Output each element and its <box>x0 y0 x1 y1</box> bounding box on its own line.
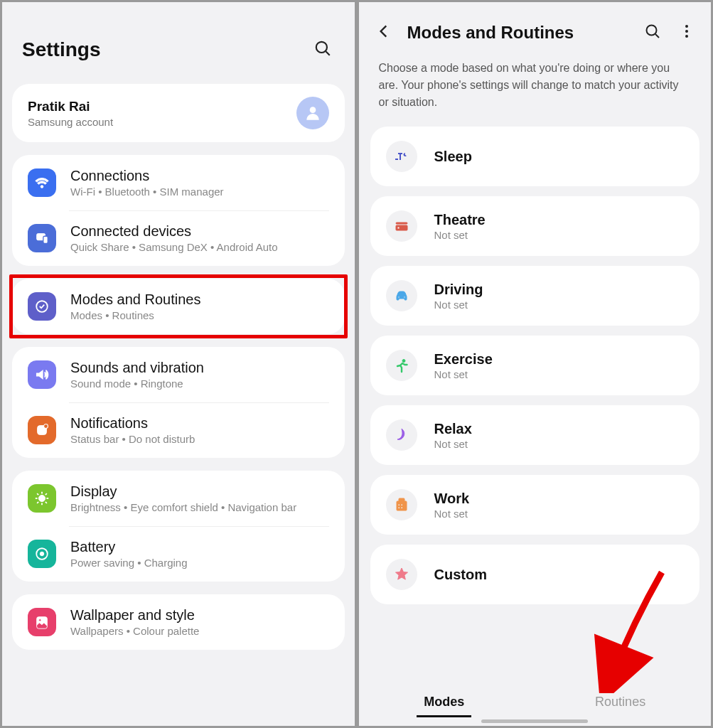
mode-card-custom[interactable]: Custom <box>370 545 700 604</box>
settings-group: DisplayBrightness • Eye comfort shield •… <box>12 471 345 582</box>
row-text: Wallpaper and styleWallpapers • Colour p… <box>70 607 199 637</box>
sleep-icon <box>386 141 417 172</box>
svg-rect-28 <box>397 227 400 229</box>
row-title: Connected devices <box>70 223 278 240</box>
custom-icon <box>386 559 417 590</box>
row-title: Modes and Routines <box>70 291 200 308</box>
svg-point-8 <box>38 495 45 501</box>
svg-line-14 <box>45 502 47 503</box>
mode-text: Custom <box>434 567 487 583</box>
mode-sub: Not set <box>434 299 483 311</box>
mode-card-work[interactable]: WorkNot set <box>370 475 700 535</box>
svg-rect-33 <box>399 498 404 502</box>
settings-row-notif[interactable]: NotificationsStatus bar • Do not disturb <box>12 402 345 458</box>
row-text: BatteryPower saving • Charging <box>70 539 188 569</box>
mode-name: Work <box>434 491 470 507</box>
svg-point-30 <box>403 296 404 298</box>
settings-row-sound[interactable]: Sounds and vibrationSound mode • Rington… <box>12 347 345 402</box>
svg-rect-4 <box>43 236 48 243</box>
search-button[interactable] <box>641 20 664 45</box>
row-title: Wallpaper and style <box>70 607 199 623</box>
search-icon <box>313 39 332 58</box>
settings-group: Sounds and vibrationSound mode • Rington… <box>12 347 345 458</box>
row-sub: Power saving • Charging <box>70 557 188 569</box>
svg-rect-26 <box>396 223 407 224</box>
mode-name: Custom <box>434 567 487 583</box>
row-title: Battery <box>70 539 188 555</box>
svg-line-16 <box>45 493 47 495</box>
notif-icon <box>28 416 56 444</box>
work-icon <box>386 489 417 520</box>
search-button[interactable] <box>311 36 335 63</box>
row-text: NotificationsStatus bar • Do not disturb <box>70 415 195 445</box>
more-vert-icon <box>678 23 695 40</box>
back-button[interactable] <box>372 19 396 46</box>
row-sub: Wallpapers • Colour palette <box>70 625 199 637</box>
row-text: Modes and RoutinesModes • Routines <box>70 291 200 321</box>
tab-modes[interactable]: Modes <box>417 689 471 717</box>
mode-card-theatre[interactable]: TheatreNot set <box>370 196 700 256</box>
mode-text: Sleep <box>434 149 472 165</box>
driving-icon <box>386 280 417 311</box>
account-name: Pratik Rai <box>28 99 113 114</box>
settings-row-routines[interactable]: Modes and RoutinesModes • Routines <box>12 279 345 334</box>
mode-sub: Not set <box>434 368 493 380</box>
mode-text: TheatreNot set <box>434 212 486 241</box>
svg-point-29 <box>397 296 399 298</box>
devices-icon <box>28 224 56 252</box>
mode-card-relax[interactable]: RelaxNot set <box>370 405 700 465</box>
svg-rect-37 <box>401 507 403 509</box>
settings-row-wallpaper[interactable]: Wallpaper and styleWallpapers • Colour p… <box>12 594 345 650</box>
svg-point-25 <box>685 35 688 38</box>
settings-header: Settings <box>2 2 355 84</box>
search-icon <box>644 23 661 40</box>
settings-row-wifi[interactable]: ConnectionsWi-Fi • Bluetooth • SIM manag… <box>12 155 345 210</box>
theatre-icon <box>386 210 417 242</box>
wallpaper-icon <box>28 608 56 636</box>
modes-description: Choose a mode based on what you're doing… <box>359 60 712 127</box>
mode-card-driving[interactable]: DrivingNot set <box>370 266 700 326</box>
settings-group: Modes and RoutinesModes • Routines <box>12 279 345 334</box>
svg-point-23 <box>685 25 688 28</box>
mode-name: Theatre <box>434 212 486 228</box>
svg-point-20 <box>39 619 41 621</box>
svg-line-22 <box>655 34 659 38</box>
bottom-tabs: Modes Routines <box>359 683 712 717</box>
page-title: Settings <box>22 38 100 61</box>
row-text: ConnectionsWi-Fi • Bluetooth • SIM manag… <box>70 168 224 198</box>
row-title: Sounds and vibration <box>70 360 204 376</box>
home-indicator[interactable] <box>481 719 588 723</box>
settings-row-battery[interactable]: BatteryPower saving • Charging <box>12 526 345 582</box>
svg-line-1 <box>326 51 329 55</box>
settings-row-display[interactable]: DisplayBrightness • Eye comfort shield •… <box>12 471 345 526</box>
chevron-left-icon <box>375 22 393 41</box>
row-title: Display <box>70 483 296 500</box>
mode-sub: Not set <box>434 508 470 520</box>
routines-icon <box>28 292 56 321</box>
mode-name: Exercise <box>434 351 493 368</box>
account-text: Pratik Rai Samsung account <box>28 99 113 128</box>
account-card[interactable]: Pratik Rai Samsung account <box>12 84 345 142</box>
settings-group: ConnectionsWi-Fi • Bluetooth • SIM manag… <box>12 155 345 266</box>
mode-name: Driving <box>434 282 483 298</box>
row-title: Connections <box>70 168 224 184</box>
row-text: Sounds and vibrationSound mode • Rington… <box>70 360 204 390</box>
row-sub: Status bar • Do not disturb <box>70 433 195 445</box>
relax-icon <box>386 419 417 451</box>
tab-routines[interactable]: Routines <box>588 689 653 717</box>
settings-row-devices[interactable]: Connected devicesQuick Share • Samsung D… <box>12 210 345 266</box>
mode-card-sleep[interactable]: Sleep <box>370 127 700 186</box>
settings-group: Wallpaper and styleWallpapers • Colour p… <box>12 594 345 650</box>
person-icon <box>304 104 322 122</box>
mode-card-exercise[interactable]: ExerciseNot set <box>370 336 700 395</box>
modes-header: Modes and Routines <box>359 2 712 60</box>
mode-name: Sleep <box>434 149 472 165</box>
more-button[interactable] <box>675 20 698 45</box>
row-text: DisplayBrightness • Eye comfort shield •… <box>70 483 296 513</box>
svg-line-13 <box>37 493 38 495</box>
mode-name: Relax <box>434 421 472 437</box>
avatar[interactable] <box>296 97 329 129</box>
row-sub: Quick Share • Samsung DeX • Android Auto <box>70 241 278 253</box>
row-sub: Brightness • Eye comfort shield • Naviga… <box>70 501 296 513</box>
svg-rect-36 <box>398 507 400 509</box>
